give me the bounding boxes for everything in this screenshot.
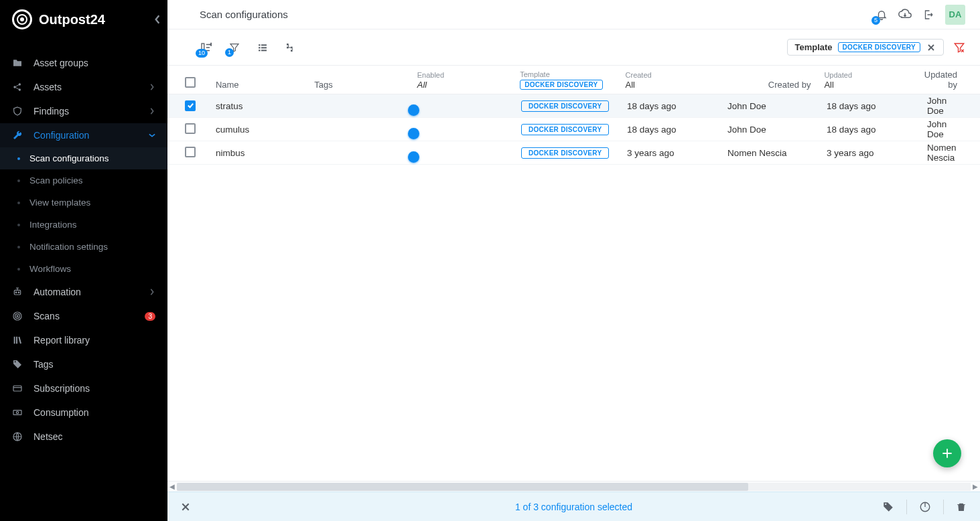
selection-delete-icon[interactable] xyxy=(956,501,967,513)
col-created-by[interactable]: Created by xyxy=(719,80,817,90)
sidebar-subitem-scan-policies[interactable]: Scan policies xyxy=(0,169,167,192)
selection-tag-icon[interactable] xyxy=(882,501,894,513)
col-enabled[interactable]: Enabled All xyxy=(411,70,513,90)
cell-created-by: Nomen Nescia xyxy=(721,148,820,158)
nav-badge: 3 xyxy=(145,312,155,321)
svg-point-4 xyxy=(15,292,17,293)
sidebar-subitem-workflows[interactable]: Workflows xyxy=(0,258,167,280)
table-body: stratusDOCKER DISCOVERY18 days agoJohn D… xyxy=(167,94,980,481)
cell-created: 18 days ago xyxy=(620,125,721,135)
template-tag: DOCKER DISCOVERY xyxy=(521,100,609,112)
cell-updated: 3 years ago xyxy=(820,148,920,158)
view-list-button[interactable] xyxy=(257,42,268,53)
cell-name: nimbus xyxy=(209,148,308,158)
sidebar-subitem-scan-configurations[interactable]: Scan configurations xyxy=(0,147,167,169)
logout-icon[interactable] xyxy=(922,9,934,21)
notifications-icon[interactable]: 5 xyxy=(876,9,888,21)
cell-name: cumulus xyxy=(209,125,308,135)
card-icon xyxy=(12,383,24,394)
sidebar-item-asset-groups[interactable]: Asset groups xyxy=(0,51,167,75)
sidebar-subitem-notification-settings[interactable]: Notification settings xyxy=(0,236,167,258)
page-title: Scan configurations xyxy=(200,9,288,20)
avatar[interactable]: DA xyxy=(945,5,965,25)
scroll-thumb[interactable] xyxy=(177,483,748,491)
add-button[interactable] xyxy=(933,439,961,467)
main: Scan configurations 5 DA + 10 xyxy=(167,0,980,521)
col-tags[interactable]: Tags xyxy=(307,80,410,90)
clear-filters-icon[interactable] xyxy=(953,42,965,54)
col-updated[interactable]: Updated All xyxy=(817,70,917,90)
cell-updated: 18 days ago xyxy=(820,125,920,135)
svg-text:+: + xyxy=(210,42,212,48)
sidebar-item-configuration[interactable]: Configuration xyxy=(0,123,167,147)
row-checkbox[interactable] xyxy=(185,123,196,134)
cell-updated-by: John Doe xyxy=(920,96,973,116)
template-tag: DOCKER DISCOVERY xyxy=(521,147,609,159)
sidebar-item-tags[interactable]: Tags xyxy=(0,352,167,376)
sidebar-item-report-library[interactable]: Report library xyxy=(0,328,167,352)
sidebar-item-findings[interactable]: Findings xyxy=(0,99,167,123)
collapse-sidebar-icon[interactable] xyxy=(154,15,161,24)
money-icon xyxy=(12,407,24,418)
filter-chip-close-icon[interactable] xyxy=(926,44,936,52)
wrench-icon xyxy=(12,130,24,141)
row-checkbox[interactable] xyxy=(185,100,196,111)
row-checkbox[interactable] xyxy=(185,147,196,157)
folder-icon xyxy=(12,58,24,68)
sidebar-item-scans[interactable]: Scans3 xyxy=(0,304,167,328)
sidebar-item-assets[interactable]: Assets xyxy=(0,75,167,99)
col-template[interactable]: Template DOCKER DISCOVERY xyxy=(513,70,618,90)
chevron-right-icon xyxy=(149,108,155,115)
robot-icon xyxy=(12,287,24,297)
radar-icon xyxy=(12,311,24,321)
globe-icon xyxy=(12,431,24,442)
library-icon xyxy=(12,335,24,346)
col-updated-by[interactable]: Updated by xyxy=(918,70,973,90)
cell-updated-by: John Doe xyxy=(920,119,973,139)
svg-point-2 xyxy=(19,88,21,90)
chevron-right-icon xyxy=(149,84,155,90)
view-tree-button[interactable] xyxy=(285,42,296,53)
scroll-right-icon[interactable]: ▶ xyxy=(971,483,980,490)
table-row[interactable]: cumulusDOCKER DISCOVERY18 days agoJohn D… xyxy=(167,118,980,141)
cell-created-by: John Doe xyxy=(721,101,820,111)
svg-rect-23 xyxy=(291,46,293,48)
selection-message: 1 of 3 configuration selected xyxy=(515,502,632,512)
sidebar-item-netsec[interactable]: Netsec xyxy=(0,425,167,449)
cell-created: 3 years ago xyxy=(620,148,721,158)
svg-rect-17 xyxy=(259,47,261,48)
table-row[interactable]: nimbusDOCKER DISCOVERY3 years agoNomen N… xyxy=(167,141,980,165)
col-created[interactable]: Created All xyxy=(619,70,719,90)
sidebar: Outpost24 Asset groupsAssetsFindingsConf… xyxy=(0,0,167,521)
sidebar-item-consumption[interactable]: Consumption xyxy=(0,400,167,425)
template-tag: DOCKER DISCOVERY xyxy=(521,124,609,135)
tag-icon xyxy=(12,359,24,370)
col-name[interactable]: Name xyxy=(209,80,307,90)
cell-name: stratus xyxy=(209,101,308,111)
svg-rect-18 xyxy=(261,47,267,48)
select-all-checkbox[interactable] xyxy=(185,77,196,88)
filter-button[interactable]: 1 xyxy=(229,42,240,53)
notifications-badge: 5 xyxy=(871,16,880,25)
header: Scan configurations 5 DA xyxy=(167,0,980,29)
sidebar-item-subscriptions[interactable]: Subscriptions xyxy=(0,376,167,400)
cloud-download-icon[interactable] xyxy=(898,9,912,21)
sidebar-subitem-integrations[interactable]: Integrations xyxy=(0,214,167,236)
selection-bar: 1 of 3 configuration selected xyxy=(167,492,980,521)
scroll-left-icon[interactable]: ◀ xyxy=(167,483,177,490)
active-filter-chip[interactable]: Template DOCKER DISCOVERY xyxy=(787,39,944,56)
sidebar-item-automation[interactable]: Automation xyxy=(0,280,167,304)
chevron-down-icon xyxy=(149,132,155,139)
svg-rect-20 xyxy=(261,50,267,51)
selection-close-icon[interactable] xyxy=(181,502,190,512)
svg-rect-16 xyxy=(261,44,267,46)
columns-button[interactable]: + 10 xyxy=(200,42,212,54)
sidebar-subitem-view-templates[interactable]: View templates xyxy=(0,192,167,214)
horizontal-scrollbar[interactable]: ◀ ▶ xyxy=(167,481,980,492)
brand-text: Outpost24 xyxy=(39,12,105,27)
selection-scan-icon[interactable] xyxy=(919,501,931,513)
share-icon xyxy=(12,82,24,92)
toolbar: + 10 1 Template DOCKER DISCOVERY xyxy=(167,29,980,66)
table-row[interactable]: stratusDOCKER DISCOVERY18 days agoJohn D… xyxy=(167,94,980,118)
filter-chip-label: Template xyxy=(794,42,832,52)
